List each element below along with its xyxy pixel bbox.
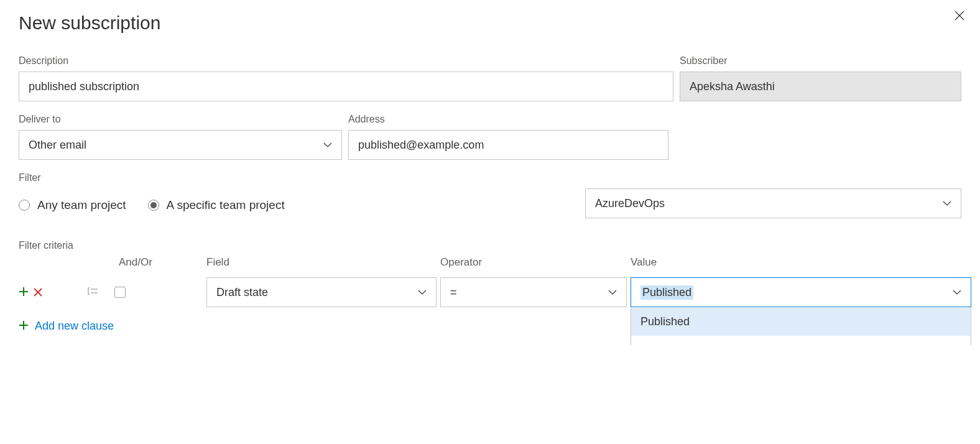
operator-select[interactable]: =	[440, 277, 627, 307]
radio-specific-project[interactable]: A specific team project	[148, 198, 285, 212]
subscriber-field: Apeksha Awasthi	[680, 72, 961, 101]
dropdown-option-published[interactable]: Published	[631, 308, 971, 336]
address-label: Address	[348, 114, 668, 125]
chevron-down-icon	[323, 141, 332, 149]
dropdown-option-draft[interactable]: Draft	[631, 336, 971, 345]
plus-icon	[19, 320, 29, 333]
andor-header: And/Or	[85, 256, 203, 269]
subscriber-value: Apeksha Awasthi	[690, 80, 775, 93]
group-icon	[88, 287, 99, 298]
deliver-to-select[interactable]: Other email	[19, 130, 342, 160]
add-clause-label: Add new clause	[35, 320, 114, 333]
radio-icon	[148, 200, 159, 211]
row-actions	[19, 277, 81, 307]
field-header: Field	[206, 256, 437, 269]
page-title: New subscription	[19, 12, 961, 34]
field-value: Draft state	[216, 286, 268, 299]
project-select[interactable]: AzureDevOps	[585, 188, 961, 218]
subscriber-label: Subscriber	[680, 55, 961, 67]
description-input[interactable]	[19, 72, 673, 101]
operator-header: Operator	[440, 256, 627, 269]
filter-label: Filter	[19, 172, 961, 183]
add-row-icon[interactable]	[19, 285, 29, 300]
field-select[interactable]: Draft state	[206, 277, 437, 307]
radio-any-project[interactable]: Any team project	[19, 198, 126, 212]
deliver-to-value: Other email	[29, 139, 86, 152]
operator-value: =	[450, 286, 457, 299]
andor-checkbox[interactable]	[114, 287, 126, 298]
value-dropdown: Published Draft	[631, 308, 971, 345]
address-input[interactable]	[348, 130, 668, 160]
delete-row-icon[interactable]	[34, 285, 42, 300]
chevron-down-icon	[953, 288, 961, 297]
value-selected: Published	[640, 285, 693, 300]
close-icon[interactable]	[955, 9, 964, 24]
deliver-to-label: Deliver to	[19, 114, 342, 125]
chevron-down-icon	[418, 288, 427, 297]
filter-criteria-label: Filter criteria	[19, 240, 961, 251]
value-select[interactable]: Published Published Draft	[631, 277, 971, 307]
radio-specific-project-label: A specific team project	[167, 198, 285, 212]
radio-icon	[19, 200, 30, 211]
project-value: AzureDevOps	[595, 197, 665, 210]
value-header: Value	[631, 256, 971, 269]
chevron-down-icon	[943, 199, 951, 208]
radio-any-project-label: Any team project	[37, 198, 126, 212]
description-label: Description	[19, 55, 673, 67]
chevron-down-icon	[608, 288, 617, 297]
